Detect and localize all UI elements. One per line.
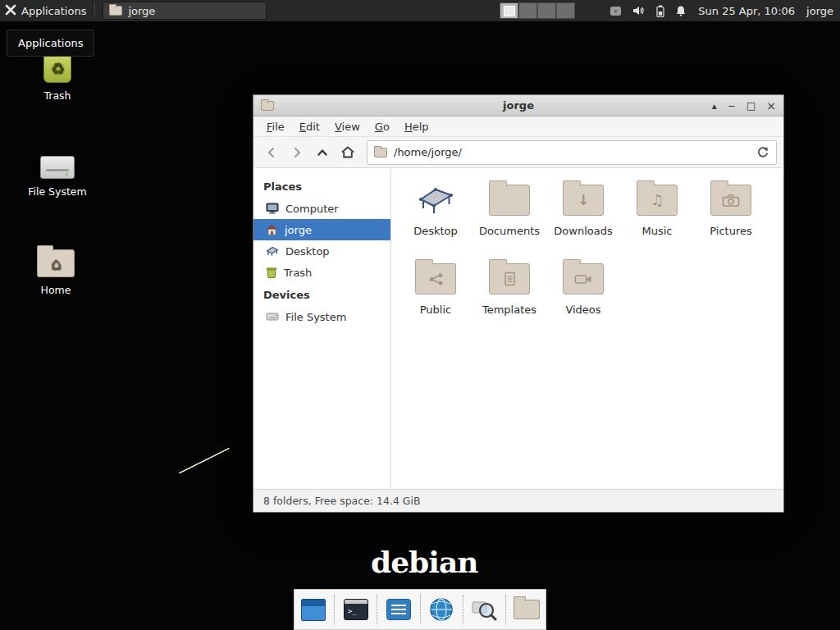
file-item-desktop[interactable]: Desktop <box>399 181 472 260</box>
file-item-templates[interactable]: Templates <box>472 260 546 339</box>
file-item-music[interactable]: ♫ Music <box>620 181 694 260</box>
forward-button[interactable] <box>285 141 308 164</box>
file-item-downloads[interactable]: ↓ Downloads <box>546 181 620 260</box>
trash-icon: ♻ <box>43 53 71 83</box>
terminal-icon: >_ <box>344 599 368 620</box>
workspace-2[interactable] <box>518 2 537 19</box>
desktop-icon <box>417 181 454 219</box>
trash-icon <box>266 267 277 278</box>
bottom-dock: >_ <box>294 589 546 630</box>
maximize-button[interactable]: □ <box>746 101 756 111</box>
forward-icon <box>290 146 304 159</box>
folder-icon <box>514 600 540 619</box>
reload-button[interactable] <box>756 146 769 159</box>
dock-separator <box>377 595 377 624</box>
file-name: Videos <box>565 304 600 316</box>
workspace-4[interactable] <box>556 2 575 19</box>
sidebar-item-jorge[interactable]: jorge <box>253 219 390 240</box>
bell-icon[interactable] <box>675 5 687 16</box>
address-folder-icon <box>374 148 387 158</box>
list-icon <box>386 599 411 620</box>
share-emblem <box>428 272 444 286</box>
menubar: File Edit View Go Help <box>253 116 783 137</box>
downloads-folder-icon: ↓ <box>563 185 604 216</box>
workspace-pager[interactable] <box>500 2 575 19</box>
dock-item-terminal[interactable]: >_ <box>340 593 371 626</box>
panel-handle <box>94 3 98 18</box>
panel-username[interactable]: jorge <box>806 5 833 17</box>
titlebar[interactable]: jorge ▴ − □ × <box>253 95 783 116</box>
up-button[interactable] <box>311 141 334 164</box>
menu-help[interactable]: Help <box>397 118 436 135</box>
file-name: Templates <box>482 304 536 316</box>
places-sidebar: Places Computer jorge Desktop Trash <box>253 168 391 489</box>
folder-icon <box>109 6 122 16</box>
computer-icon <box>266 203 279 214</box>
file-item-videos[interactable]: Videos <box>546 260 620 339</box>
sidebar-label: Trash <box>284 267 312 279</box>
globe-icon <box>428 596 454 623</box>
templates-folder-icon <box>489 263 530 294</box>
applications-label: Applications <box>21 5 86 17</box>
menu-go[interactable]: Go <box>368 118 397 135</box>
taskbar-label: jorge <box>128 5 155 17</box>
file-name: Music <box>642 225 673 237</box>
address-bar[interactable]: /home/jorge/ <box>367 140 777 165</box>
dock-separator <box>420 595 421 624</box>
magnifier-icon <box>471 596 497 623</box>
shade-button[interactable]: ▴ <box>712 101 717 111</box>
panel-clock[interactable]: Sun 25 Apr, 10:06 <box>698 5 795 17</box>
minimize-button[interactable]: − <box>728 101 736 111</box>
desktop-icon-file-system[interactable]: File System <box>21 141 94 198</box>
documents-folder-icon <box>489 185 530 216</box>
home-icon <box>340 145 355 159</box>
document-emblem <box>504 272 516 286</box>
home-button[interactable] <box>336 141 359 164</box>
dock-item-app-finder[interactable] <box>469 593 500 626</box>
music-note-glyph: ♫ <box>651 193 664 208</box>
battery-icon[interactable] <box>656 5 664 17</box>
file-item-pictures[interactable]: Pictures <box>694 181 768 260</box>
menu-edit[interactable]: Edit <box>292 118 327 135</box>
camera-emblem <box>722 194 740 207</box>
dock-separator <box>505 595 506 624</box>
window-icon <box>301 599 326 621</box>
home-folder-icon: ⌂ <box>37 249 75 277</box>
file-item-documents[interactable]: Documents <box>472 181 546 260</box>
back-button[interactable] <box>260 141 283 164</box>
dock-item-settings[interactable] <box>383 593 413 626</box>
workspace-1[interactable] <box>500 2 518 19</box>
desktop-icon <box>266 245 279 257</box>
sidebar-label: Computer <box>285 203 339 215</box>
icon-label: Trash <box>43 89 71 102</box>
pictures-folder-icon <box>710 185 751 216</box>
file-name: Documents <box>479 225 540 237</box>
file-item-public[interactable]: Public <box>399 260 472 339</box>
terminal-prompt-glyph: >_ <box>348 607 357 615</box>
applications-button[interactable]: Applications <box>0 0 94 21</box>
drive-icon <box>266 312 279 322</box>
sidebar-label: jorge <box>285 224 312 236</box>
sidebar-item-trash[interactable]: Trash <box>253 262 390 283</box>
sidebar-label: File System <box>285 311 346 323</box>
menu-view[interactable]: View <box>327 118 368 135</box>
close-button[interactable]: × <box>766 100 776 112</box>
house-glyph: ⌂ <box>51 255 62 272</box>
dock-item-web-browser[interactable] <box>427 593 457 626</box>
dock-item-file-manager[interactable] <box>512 593 542 626</box>
icon-label: File System <box>28 185 87 198</box>
taskbar-button-jorge[interactable]: jorge <box>103 2 267 20</box>
applications-menu-icon <box>5 4 16 18</box>
dock-item-desktop-settings[interactable] <box>298 593 328 626</box>
menu-file[interactable]: File <box>259 118 292 135</box>
sidebar-item-file-system[interactable]: File System <box>253 306 390 327</box>
workspace-3[interactable] <box>537 2 556 19</box>
sidebar-item-desktop[interactable]: Desktop <box>253 240 390 262</box>
download-arrow-glyph: ↓ <box>577 193 589 208</box>
recycle-glyph: ♻ <box>50 61 64 76</box>
volume-icon[interactable] <box>632 5 646 16</box>
desktop-icon-home[interactable]: ⌂ Home <box>19 240 93 296</box>
sidebar-item-computer[interactable]: Computer <box>253 198 390 219</box>
top-panel: Applications jorge S <box>0 0 840 21</box>
input-device-icon[interactable] <box>609 6 622 16</box>
